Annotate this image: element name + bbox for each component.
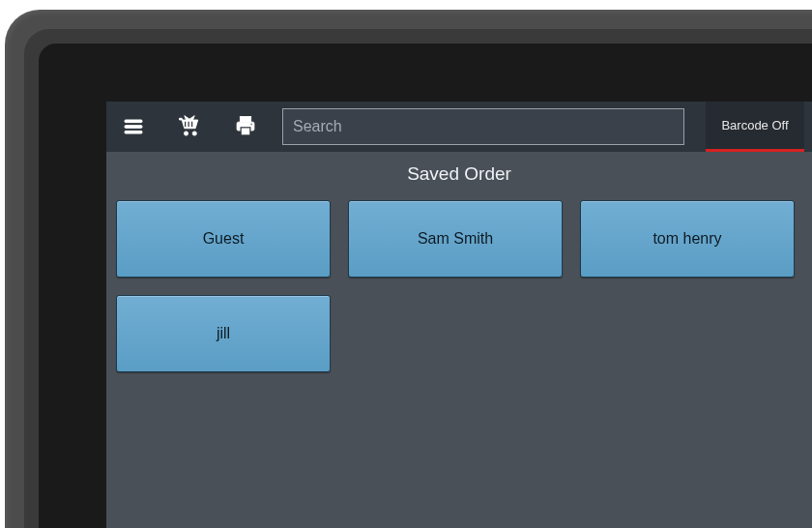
barcode-toggle-label: Barcode Off (721, 118, 788, 132)
menu-icon (122, 115, 145, 138)
svg-rect-1 (125, 126, 142, 129)
print-button[interactable] (226, 107, 265, 146)
order-tile[interactable]: tom henry (580, 200, 795, 278)
page-title: Saved Order (106, 152, 812, 194)
saved-order-grid: Guest Sam Smith tom henry jill (106, 194, 812, 382)
order-tile-label: Guest (203, 230, 245, 248)
search-input[interactable] (293, 118, 674, 135)
cart-button[interactable] (170, 107, 209, 146)
order-tile[interactable]: Guest (116, 200, 331, 278)
svg-point-3 (184, 132, 188, 135)
svg-rect-2 (125, 131, 142, 133)
svg-rect-7 (241, 128, 250, 135)
menu-button[interactable] (114, 107, 153, 146)
svg-point-4 (192, 132, 196, 135)
svg-point-8 (250, 124, 252, 126)
print-icon (233, 114, 258, 139)
svg-rect-0 (125, 120, 142, 123)
order-tile-label: tom henry (652, 230, 721, 248)
svg-rect-5 (240, 116, 250, 122)
order-tile-label: Sam Smith (418, 230, 493, 248)
search-field-wrap[interactable] (282, 108, 684, 145)
order-tile[interactable]: Sam Smith (348, 200, 563, 278)
barcode-toggle-button[interactable]: Barcode Off (706, 102, 804, 152)
top-toolbar: Barcode Off (106, 102, 812, 152)
order-tile[interactable]: jill (116, 295, 331, 372)
cart-icon (176, 113, 203, 140)
app-screen: Barcode Off Saved Order Guest Sam Smith … (106, 102, 812, 528)
order-tile-label: jill (217, 325, 230, 342)
